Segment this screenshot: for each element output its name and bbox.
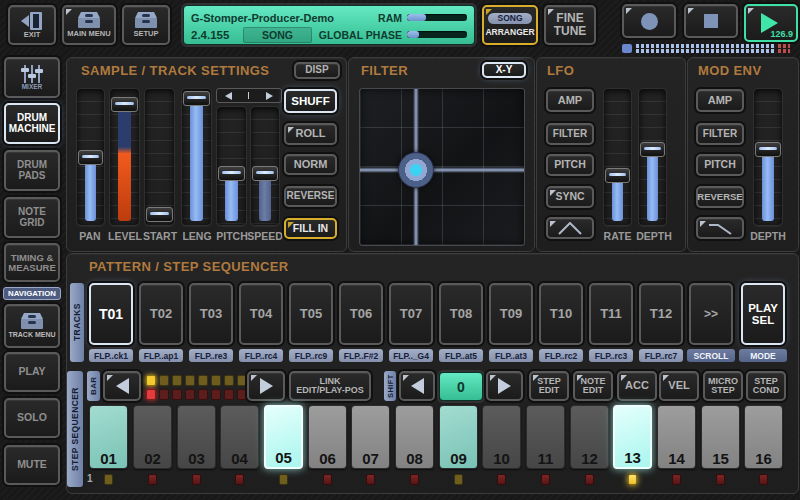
- leng-slider[interactable]: [181, 88, 212, 226]
- step-led: [323, 474, 332, 485]
- vel-button[interactable]: VEL: [659, 371, 699, 401]
- track-tab-t11[interactable]: T11: [589, 283, 633, 345]
- arrow-left-icon: [116, 378, 129, 394]
- bar-prev-button[interactable]: [103, 371, 141, 401]
- setup-button[interactable]: SETUP: [122, 5, 170, 45]
- shift-right-button[interactable]: [486, 371, 523, 401]
- lfo-waveform-button[interactable]: [546, 217, 594, 239]
- track-tab-t09[interactable]: T09: [489, 283, 533, 345]
- acc-button[interactable]: ACC: [617, 371, 657, 401]
- step-cond-button[interactable]: STEPCOND: [746, 371, 786, 401]
- roll-button[interactable]: ROLL: [284, 123, 337, 145]
- bar-tab-label: BAR: [87, 371, 100, 401]
- lfo-rate-slider[interactable]: [603, 88, 632, 226]
- play-button[interactable]: 126.9: [744, 4, 798, 42]
- norm-button[interactable]: NORM: [284, 154, 337, 175]
- env-depth-slider[interactable]: [753, 88, 783, 226]
- step-pad-01[interactable]: 01: [89, 405, 128, 469]
- env-amp-button[interactable]: AMP: [696, 89, 744, 112]
- xy-mode-button[interactable]: X-Y: [482, 62, 526, 78]
- g-stomper-app: EXIT MAIN MENU SETUP G-Stomper-Producer-…: [0, 0, 800, 500]
- track-mode-button[interactable]: PLAY SEL: [741, 283, 785, 345]
- record-button[interactable]: [622, 4, 676, 38]
- step-pad-07[interactable]: 07: [351, 405, 390, 469]
- nudge-right-icon: [266, 92, 273, 100]
- track-tab-t08[interactable]: T08: [439, 283, 483, 345]
- sidebar-item-play[interactable]: PLAY: [4, 352, 60, 392]
- step-led: [366, 474, 375, 485]
- track-tab-t01[interactable]: T01: [89, 283, 133, 345]
- start-slider[interactable]: [144, 88, 175, 226]
- track-file-label: FLP..re3: [189, 349, 233, 362]
- lfo-title: LFO: [547, 63, 574, 78]
- song-position-bar-end: [778, 44, 790, 53]
- track-tab-t04[interactable]: T04: [239, 283, 283, 345]
- pitch-speed-nudge[interactable]: [216, 88, 282, 103]
- env-filter-button[interactable]: FILTER: [696, 123, 744, 145]
- step-pad-08[interactable]: 08: [395, 405, 434, 469]
- lfo-panel: LFO AMP FILTER PITCH SYNC RATE DEPTH: [536, 57, 686, 252]
- lfo-depth-slider[interactable]: [638, 88, 667, 226]
- sidebar-item-drum-machine[interactable]: DRUM MACHINE: [4, 103, 60, 144]
- bar-next-button[interactable]: [247, 371, 285, 401]
- track-tab-t10[interactable]: T10: [539, 283, 583, 345]
- step-pad-09[interactable]: 09: [439, 405, 478, 469]
- lfo-sync-button[interactable]: SYNC: [546, 186, 594, 208]
- note-edit-button[interactable]: NOTEEDIT: [573, 371, 613, 401]
- sidebar-item-timing-measure[interactable]: TIMING & MEASURE: [4, 243, 60, 282]
- exit-button[interactable]: EXIT: [8, 5, 56, 45]
- link-edit-playpos-button[interactable]: LINK EDIT/PLAY-POS: [289, 371, 371, 401]
- disp-button[interactable]: DISP: [294, 62, 340, 79]
- track-scroll-button[interactable]: >>: [689, 283, 733, 345]
- track-tab-t05[interactable]: T05: [289, 283, 333, 345]
- fill-in-button[interactable]: FILL IN: [284, 218, 337, 239]
- step-pad-04[interactable]: 04: [220, 405, 259, 469]
- track-tab-t12[interactable]: T12: [639, 283, 683, 345]
- sidebar-item-mixer[interactable]: MIXER: [4, 57, 60, 98]
- track-tab-t03[interactable]: T03: [189, 283, 233, 345]
- step-pad-13[interactable]: 13: [613, 405, 652, 469]
- pitch-slider[interactable]: [216, 106, 247, 226]
- stop-button[interactable]: [684, 4, 738, 38]
- level-slider[interactable]: [109, 88, 140, 226]
- main-menu-button[interactable]: MAIN MENU: [62, 5, 116, 45]
- step-pad-06[interactable]: 06: [308, 405, 347, 469]
- speed-slider[interactable]: [250, 106, 280, 226]
- reverse-button[interactable]: REVERSE: [284, 186, 337, 207]
- step-pad-05[interactable]: 05: [264, 405, 303, 469]
- fine-tune-button[interactable]: FINE TUNE: [544, 5, 596, 45]
- step-pad-10[interactable]: 10: [482, 405, 521, 469]
- filter-xy-pad[interactable]: [359, 88, 525, 246]
- scroll-label: SCROLL: [687, 349, 735, 362]
- sidebar-item-track-menu[interactable]: TRACK MENU: [4, 304, 60, 348]
- track-tab-t02[interactable]: T02: [139, 283, 183, 345]
- env-shape-button[interactable]: [696, 217, 744, 239]
- shift-left-button[interactable]: [399, 371, 435, 401]
- step-pad-12[interactable]: 12: [570, 405, 609, 469]
- song-position-marker: [622, 44, 632, 53]
- step-pad-02[interactable]: 02: [133, 405, 172, 469]
- step-pad-16[interactable]: 16: [744, 405, 783, 469]
- track-tab-t07[interactable]: T07: [389, 283, 433, 345]
- sidebar-item-solo[interactable]: SOLO: [4, 398, 60, 438]
- step-pad-14[interactable]: 14: [657, 405, 696, 469]
- step-pad-11[interactable]: 11: [526, 405, 565, 469]
- env-pitch-button[interactable]: PITCH: [696, 154, 744, 176]
- pan-slider[interactable]: [76, 88, 105, 226]
- shuff-button[interactable]: SHUFF: [284, 89, 337, 113]
- sidebar-item-note-grid[interactable]: NOTE GRID: [4, 197, 60, 238]
- step-pad-03[interactable]: 03: [177, 405, 216, 469]
- env-reverse-button[interactable]: REVERSE: [696, 186, 744, 208]
- song-arranger-button[interactable]: SONG ARRANGER: [482, 5, 538, 45]
- step-pad-15[interactable]: 15: [701, 405, 740, 469]
- step-edit-button[interactable]: STEPEDIT: [529, 371, 569, 401]
- xy-knob[interactable]: [398, 152, 434, 188]
- sidebar-item-drum-pads[interactable]: DRUM PADS: [4, 150, 60, 191]
- track-tab-t06[interactable]: T06: [339, 283, 383, 345]
- lfo-amp-button[interactable]: AMP: [546, 89, 594, 112]
- lfo-pitch-button[interactable]: PITCH: [546, 154, 594, 176]
- micro-step-button[interactable]: MICROSTEP: [703, 371, 743, 401]
- shift-offset-display: 0: [439, 372, 483, 401]
- lfo-filter-button[interactable]: FILTER: [546, 123, 594, 145]
- sidebar-item-mute[interactable]: MUTE: [4, 445, 60, 485]
